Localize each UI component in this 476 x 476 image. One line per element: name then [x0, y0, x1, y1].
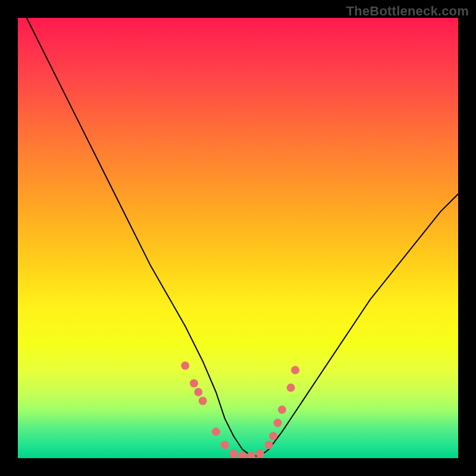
measurement-dot	[269, 432, 277, 440]
measurement-dot	[247, 452, 255, 458]
measurement-dot	[256, 450, 264, 458]
measurement-dot	[287, 384, 295, 392]
measurement-dots-group	[181, 362, 299, 458]
bottleneck-curve	[27, 18, 458, 456]
measurement-dot	[230, 450, 238, 458]
measurement-dot	[181, 362, 189, 370]
watermark-text: TheBottleneck.com	[346, 4, 469, 19]
measurement-dot	[190, 379, 198, 387]
measurement-dot	[199, 397, 207, 405]
plot-area	[18, 18, 458, 458]
measurement-dot	[278, 406, 286, 414]
measurement-dot	[221, 441, 229, 449]
measurement-dot	[194, 388, 202, 396]
measurement-dot	[274, 419, 282, 427]
chart-svg	[18, 18, 458, 458]
chart-frame: TheBottleneck.com	[0, 0, 476, 476]
measurement-dot	[291, 366, 299, 374]
measurement-dot	[265, 441, 273, 449]
measurement-dot	[238, 452, 246, 458]
measurement-dot	[212, 428, 220, 436]
